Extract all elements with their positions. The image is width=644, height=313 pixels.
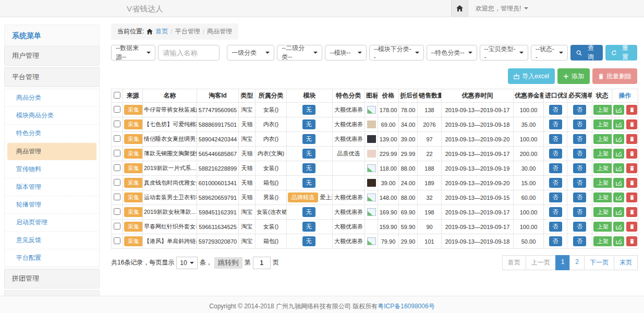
- import-select-badge[interactable]: 否: [549, 163, 562, 173]
- per-page-select[interactable]: 10: [176, 257, 197, 269]
- edit-button[interactable]: [613, 178, 624, 188]
- row-checkbox[interactable]: [114, 121, 120, 127]
- pager-last[interactable]: 末页: [614, 255, 638, 270]
- select-all-checkbox[interactable]: [114, 92, 120, 99]
- import-select-badge[interactable]: 否: [549, 207, 562, 217]
- pager-next[interactable]: 下一页: [584, 255, 614, 270]
- status-badge[interactable]: 上架: [593, 207, 612, 217]
- row-checkbox[interactable]: [114, 223, 120, 230]
- add-button[interactable]: 添加: [557, 68, 590, 84]
- submenu-item[interactable]: 启动页管理: [5, 214, 99, 232]
- edit-button[interactable]: [613, 149, 624, 159]
- pager-page-1[interactable]: 1: [555, 255, 570, 270]
- filter-item-type-select[interactable]: --宝贝类型--: [480, 45, 528, 61]
- edit-button[interactable]: [613, 207, 624, 217]
- edit-button[interactable]: [613, 105, 624, 115]
- pager-first[interactable]: 首页: [502, 255, 526, 270]
- edit-button[interactable]: [613, 222, 624, 232]
- status-badge[interactable]: 上架: [593, 178, 612, 188]
- status-badge[interactable]: 上架: [593, 149, 612, 159]
- status-badge[interactable]: 上架: [593, 163, 612, 173]
- import-select-badge[interactable]: 否: [549, 222, 562, 232]
- status-badge[interactable]: 上架: [593, 119, 612, 129]
- delete-button[interactable]: [626, 192, 637, 202]
- row-checkbox[interactable]: [114, 237, 120, 244]
- reset-button[interactable]: 重置: [605, 45, 638, 61]
- submenu-item[interactable]: 特色分类: [5, 125, 99, 142]
- import-select-badge[interactable]: 否: [549, 192, 562, 202]
- must-buy-badge[interactable]: 否: [573, 236, 586, 246]
- delete-button[interactable]: [626, 207, 637, 217]
- must-buy-badge[interactable]: 否: [573, 178, 586, 188]
- filter-module-sub-select[interactable]: --模块下分类--: [369, 45, 424, 61]
- batch-delete-button[interactable]: 批量删除: [592, 68, 637, 84]
- edit-button[interactable]: [613, 119, 624, 129]
- page-number-input[interactable]: [253, 257, 271, 269]
- must-buy-badge[interactable]: 否: [573, 119, 586, 129]
- home-button[interactable]: [451, 0, 468, 17]
- must-buy-badge[interactable]: 否: [573, 163, 586, 173]
- must-buy-badge[interactable]: 否: [573, 149, 586, 159]
- must-buy-badge[interactable]: 否: [573, 222, 586, 232]
- must-buy-badge[interactable]: 否: [573, 134, 586, 144]
- sidebar-item[interactable]: 拼团管理: [4, 269, 100, 288]
- submenu-item[interactable]: 平台配置: [5, 249, 99, 267]
- import-select-badge[interactable]: 否: [549, 134, 562, 144]
- must-buy-badge[interactable]: 否: [573, 192, 586, 202]
- status-badge[interactable]: 上架: [593, 105, 612, 115]
- import-select-badge[interactable]: 否: [549, 236, 562, 246]
- edit-button[interactable]: [613, 192, 624, 202]
- row-checkbox[interactable]: [114, 194, 120, 200]
- row-checkbox[interactable]: [114, 106, 120, 113]
- pager-prev[interactable]: 上一页: [526, 255, 556, 270]
- submenu-item[interactable]: 模块商品分类: [5, 107, 99, 125]
- row-checkbox[interactable]: [114, 208, 120, 215]
- row-checkbox[interactable]: [114, 179, 120, 186]
- submenu-item[interactable]: 轮播管理: [5, 196, 99, 214]
- edit-button[interactable]: [613, 163, 624, 173]
- delete-button[interactable]: [626, 222, 637, 232]
- status-badge[interactable]: 上架: [593, 222, 612, 232]
- delete-button[interactable]: [626, 163, 637, 173]
- filter-feature-select[interactable]: --特色分类--: [427, 45, 477, 61]
- sidebar-item-user-management[interactable]: 用户管理: [4, 46, 100, 66]
- import-select-badge[interactable]: 否: [549, 119, 562, 129]
- icp-link[interactable]: 粤ICP备16098006号: [378, 303, 434, 310]
- status-badge[interactable]: 上架: [593, 134, 612, 144]
- status-badge[interactable]: 上架: [593, 236, 612, 246]
- edit-button[interactable]: [613, 134, 624, 144]
- sidebar-item-platform-management[interactable]: 平台管理: [4, 67, 100, 87]
- submenu-item[interactable]: 版本管理: [5, 178, 99, 196]
- delete-button[interactable]: [626, 119, 637, 129]
- filter-module-select[interactable]: --模块--: [325, 45, 366, 61]
- submenu-item[interactable]: 宣传物料: [5, 161, 99, 178]
- import-excel-button[interactable]: 导入excel: [508, 68, 555, 84]
- filter-source-select[interactable]: --数据来源--: [111, 45, 155, 61]
- submenu-item[interactable]: 商品分类: [5, 89, 99, 107]
- import-select-badge[interactable]: 否: [549, 105, 562, 115]
- delete-button[interactable]: [626, 134, 637, 144]
- submenu-item[interactable]: 意见反馈: [5, 232, 99, 249]
- delete-button[interactable]: [626, 236, 637, 246]
- status-badge[interactable]: 上架: [593, 192, 612, 202]
- filter-cat1-select[interactable]: 一级分类: [227, 45, 274, 61]
- delete-button[interactable]: [626, 178, 637, 188]
- delete-button[interactable]: [626, 105, 637, 115]
- import-select-badge[interactable]: 否: [549, 149, 562, 159]
- jump-button[interactable]: 跳转到: [214, 257, 242, 269]
- submenu-item[interactable]: 商品管理: [7, 143, 96, 160]
- filter-status-select[interactable]: --状态--: [531, 45, 568, 61]
- import-select-badge[interactable]: 否: [549, 178, 562, 188]
- search-button[interactable]: 查询: [570, 45, 603, 61]
- edit-button[interactable]: [613, 236, 624, 246]
- delete-button[interactable]: [626, 149, 637, 159]
- filter-cat2-select[interactable]: --二级分类--: [277, 45, 322, 61]
- user-menu[interactable]: 欢迎您，管理员!: [468, 0, 528, 17]
- must-buy-badge[interactable]: 否: [573, 207, 586, 217]
- name-search-input[interactable]: [158, 45, 220, 61]
- must-buy-badge[interactable]: 否: [573, 105, 586, 115]
- row-checkbox[interactable]: [114, 150, 120, 156]
- pager-page-2[interactable]: 2: [569, 255, 585, 270]
- breadcrumb-home-link[interactable]: 首页: [155, 27, 168, 36]
- row-checkbox[interactable]: [114, 135, 120, 142]
